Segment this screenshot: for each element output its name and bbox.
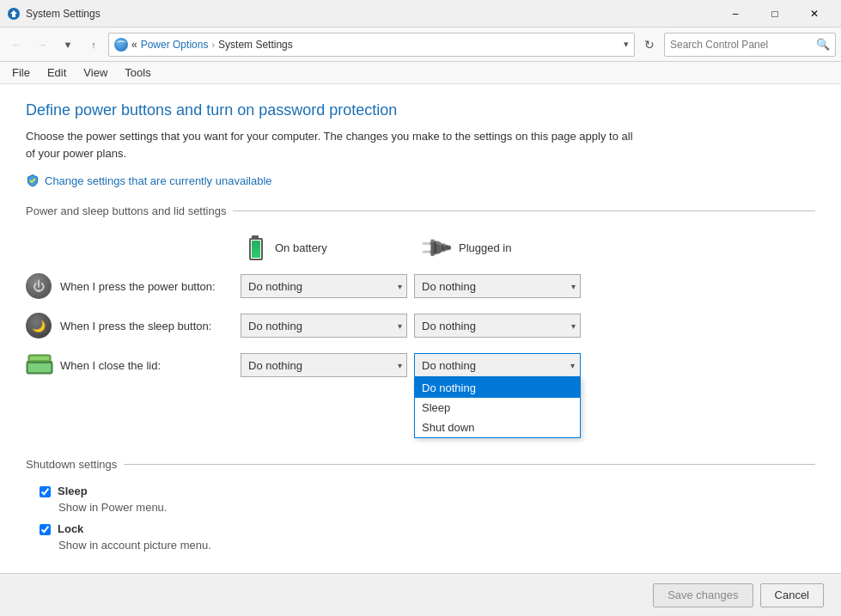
globe-icon [114,38,128,52]
battery-icon [249,231,268,264]
window-icon [7,7,21,21]
menu-tools[interactable]: Tools [116,64,159,81]
breadcrumb-current: System Settings [218,39,293,51]
up-button[interactable]: ↑ [82,34,105,56]
shield-icon [26,174,40,187]
menu-edit[interactable]: Edit [39,64,75,81]
breadcrumb-dropdown-arrow[interactable]: ▾ [624,39,629,50]
sleep-button-label: When I press the sleep button: [60,320,241,332]
open-dropdown-arrow: ▾ [570,361,575,370]
dropdown-option-sleep[interactable]: Sleep [415,398,580,418]
menu-bar: File Edit View Tools [0,62,841,84]
lid-close-row: ➜ When I close the lid: Do nothing Sleep… [26,350,815,381]
lock-checkbox-label: Lock [58,522,83,535]
change-settings-text[interactable]: Change settings that are currently unava… [45,174,272,187]
window-title: System Settings [26,8,716,20]
lid-close-dropdowns: Do nothing Sleep Shut down ▾ Do nothing … [241,353,581,377]
lock-checkbox-row: Lock [26,522,815,535]
power-plugged-dropdown-wrapper: Do nothing Sleep Shut down ▾ [414,274,581,298]
refresh-button[interactable]: ↻ [638,34,661,56]
sleep-button-dropdowns: Do nothing Sleep Shut down ▾ Do nothing … [241,314,581,338]
shutdown-section: Shutdown settings Sleep Show in Power me… [26,458,815,560]
power-battery-select[interactable]: Do nothing Sleep Shut down [241,274,407,298]
menu-view[interactable]: View [75,64,116,81]
back-button[interactable]: ← [5,34,27,56]
title-bar: System Settings – □ ✕ [0,0,841,27]
breadcrumb-prefix: « [131,39,137,51]
lid-battery-dropdown-wrapper: Do nothing Sleep Shut down ▾ [241,353,407,377]
column-headers: On battery 🔌 Plugged in [249,231,815,264]
power-button-row: When I press the power button: Do nothin… [26,271,815,302]
lid-close-label: When I close the lid: [60,359,241,372]
plug-icon: 🔌 [416,229,454,267]
power-button-icon [26,273,60,299]
breadcrumb-power-options[interactable]: Power Options [141,39,209,51]
power-battery-dropdown-wrapper: Do nothing Sleep Shut down ▾ [241,274,407,298]
lid-battery-select[interactable]: Do nothing Sleep Shut down [241,353,407,377]
lid-plugged-dropdown-open: Do nothing ▾ Do nothing Sleep Shut down [414,353,581,377]
breadcrumb-bar: « Power Options › System Settings ▾ [108,33,635,57]
dropdown-option-shutdown[interactable]: Shut down [415,418,580,437]
sleep-checkbox-row: Sleep [26,485,815,497]
sleep-plugged-dropdown-wrapper: Do nothing Sleep Shut down ▾ [414,314,581,338]
save-changes-button[interactable]: Save changes [653,583,753,607]
sleep-checkbox[interactable] [40,486,51,497]
sleep-battery-dropdown-wrapper: Do nothing Sleep Shut down ▾ [241,314,407,338]
search-input[interactable] [670,39,816,51]
forward-button[interactable]: → [31,34,53,56]
search-icon: 🔍 [816,38,830,51]
search-box: 🔍 [664,33,836,57]
breadcrumb-separator: › [211,40,215,50]
lock-checkbox[interactable] [40,524,51,535]
lock-sublabel: Show in account picture menu. [26,539,815,552]
lid-icon [26,353,53,375]
close-button[interactable]: ✕ [795,0,834,27]
sleep-battery-select[interactable]: Do nothing Sleep Shut down [241,314,407,338]
maximize-button[interactable]: □ [755,0,795,27]
minimize-button[interactable]: – [716,0,755,27]
svg-rect-5 [30,357,49,360]
lid-plugged-dropdown-list: Do nothing Sleep Shut down [414,377,581,438]
svg-rect-2 [28,363,51,372]
page-description: Choose the power settings that you want … [26,128,644,162]
dropdown-option-donothing[interactable]: Do nothing [415,378,580,398]
lid-icon-container [26,353,60,378]
window-controls: – □ ✕ [716,0,834,27]
menu-file[interactable]: File [3,64,39,81]
change-settings-link[interactable]: Change settings that are currently unava… [26,174,815,187]
section2-divider: Shutdown settings [26,458,815,471]
main-content: Define power buttons and turn on passwor… [0,84,841,616]
footer: Save changes Cancel [0,573,841,616]
col-plugged-header: 🔌 Plugged in [421,231,593,264]
sleep-button-row: When I press the sleep button: Do nothin… [26,310,815,341]
power-button-label: When I press the power button: [60,280,241,293]
power-button-dropdowns: Do nothing Sleep Shut down ▾ Do nothing … [241,274,581,298]
dropdown-history-button[interactable]: ▼ [57,34,79,56]
sleep-checkbox-label: Sleep [58,485,88,497]
address-bar: ← → ▼ ↑ « Power Options › System Setting… [0,27,841,62]
sleep-sublabel: Show in Power menu. [26,501,815,514]
lid-plugged-dropdown-display[interactable]: Do nothing ▾ [414,353,581,377]
col-battery-header: On battery [249,231,421,264]
cancel-button[interactable]: Cancel [760,583,824,607]
sleep-button-icon [26,313,60,338]
page-title: Define power buttons and turn on passwor… [26,101,815,119]
sleep-plugged-select[interactable]: Do nothing Sleep Shut down [414,314,581,338]
section1-divider: Power and sleep buttons and lid settings [26,204,815,217]
power-plugged-select[interactable]: Do nothing Sleep Shut down [414,274,581,298]
